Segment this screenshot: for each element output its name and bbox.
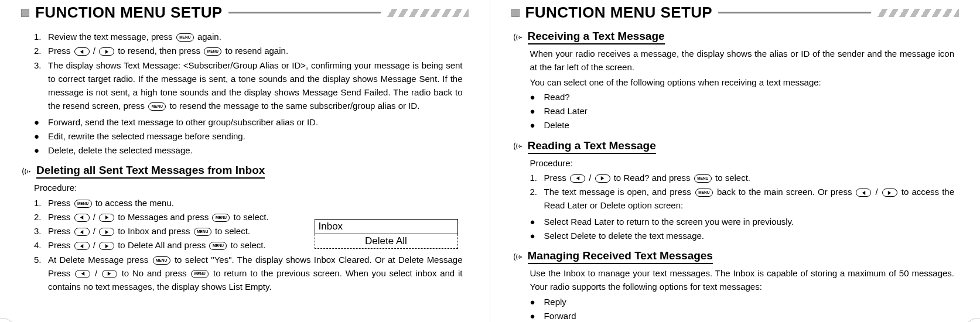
paragraph: You can select one of the following opti… [530, 76, 955, 89]
section-heading-reading: Reading a Text Message [513, 139, 955, 154]
list-item: ●Forward, send the text message to other… [34, 115, 463, 129]
header-title-right: FUNCTION MENU SETUP [525, 4, 713, 22]
list-text: Press / to resend, then press MENU to re… [48, 44, 463, 57]
header-rule [228, 12, 381, 13]
list-text: Delete [544, 118, 569, 132]
list-item: ●Forward [530, 309, 955, 322]
radio-waves-icon [21, 165, 32, 178]
list-text: Press / to Read? and press MENU to selec… [544, 171, 955, 184]
bullet-icon: ● [34, 115, 48, 129]
list-text: Edit, rewrite the selected message befor… [48, 129, 245, 143]
bullet-icon: ● [530, 215, 544, 228]
menu-key-icon: MENU [194, 228, 211, 236]
menu-key-icon: MENU [176, 33, 194, 42]
menu-key-icon: MENU [153, 256, 170, 265]
list-number: 3. [34, 224, 48, 238]
list-text: The text message is open, and press MENU… [544, 185, 955, 213]
menu-key-icon: MENU [148, 102, 166, 111]
header-bullet-box [511, 9, 520, 17]
bullet-icon: ● [530, 229, 544, 242]
list-item: 1.Review the text message, press MENU ag… [34, 30, 463, 43]
list-number: 3. [34, 59, 48, 72]
paragraph: Use the Inbox to manage your text messag… [530, 266, 955, 294]
svg-point-17 [520, 256, 522, 258]
procedure-label: Procedure: [34, 181, 463, 194]
bullet-icon: ● [34, 143, 48, 157]
radio-waves-icon [513, 251, 523, 263]
svg-marker-1 [105, 50, 108, 54]
list-item: 5.At Delete Message press MENU to select… [34, 253, 463, 294]
menu-key-icon: MENU [694, 174, 712, 183]
list-number: 4. [34, 238, 48, 252]
svg-marker-4 [105, 215, 108, 220]
header-bullet-box [21, 9, 29, 17]
header-hatch-icon [387, 9, 469, 17]
header-rule [718, 12, 871, 13]
section-heading-managing: Managing Received Text Messages [513, 249, 955, 264]
list-number: 5. [34, 253, 48, 266]
right-body: Receiving a Text Message When your radio… [511, 30, 959, 322]
list-number: 1. [530, 171, 544, 184]
screen-row-top: Inbox [315, 219, 458, 234]
svg-marker-15 [862, 190, 865, 194]
svg-marker-16 [888, 190, 891, 194]
list-item: ●Select Read Later to return to the scre… [530, 215, 955, 228]
svg-point-11 [520, 36, 522, 38]
bullet-icon: ● [530, 104, 544, 118]
bullet-icon: ● [530, 90, 544, 104]
list-number: 2. [530, 185, 544, 198]
radio-waves-icon [513, 140, 523, 153]
screen-row-bottom: Delete All [315, 234, 458, 249]
page-right: FUNCTION MENU SETUP Receiving a Text Mes… [490, 0, 981, 322]
left-arrow-key-icon [75, 270, 90, 278]
svg-marker-10 [108, 272, 111, 276]
header-row: FUNCTION MENU SETUP [511, 4, 959, 22]
list-text: Press MENU to access the menu. [48, 196, 463, 210]
section-title: Receiving a Text Message [528, 30, 665, 44]
list-text: Select Read Later to return to the scree… [544, 215, 794, 228]
section-title: Managing Received Text Messages [528, 249, 713, 264]
list-item: ●Select Delete to delete the text messag… [530, 229, 955, 242]
left-arrow-key-icon [570, 174, 585, 183]
menu-key-icon: MENU [212, 214, 230, 222]
list-item: 2.Press / to resend, then press MENU to … [34, 44, 463, 57]
right-b-numbered-list: 1.Press / to Read? and press MENU to sel… [530, 171, 955, 213]
svg-point-12 [520, 146, 522, 148]
list-item: 3.The display shows Text Message: <Subsc… [34, 59, 463, 113]
right-arrow-key-icon [99, 228, 114, 236]
list-number: 1. [34, 30, 48, 43]
svg-marker-8 [105, 244, 108, 248]
list-text: Review the text message, press MENU agai… [48, 30, 463, 43]
left-arrow-key-icon [74, 47, 90, 56]
svg-marker-9 [81, 272, 84, 276]
section-heading-receiving: Receiving a Text Message [513, 30, 955, 44]
left-top-numbered-list: 1.Review the text message, press MENU ag… [34, 30, 463, 113]
list-item: ●Delete, delete the selected message. [34, 143, 463, 157]
left-arrow-key-icon [74, 214, 90, 222]
left-arrow-key-icon [74, 242, 90, 250]
list-text: At Delete Message press MENU to select "… [48, 253, 463, 294]
header-row: FUNCTION MENU SETUP [21, 4, 469, 22]
right-a-bullet-list: ●Read? ●Read Later ●Delete [530, 90, 955, 132]
list-item: ●Read Later [530, 104, 955, 118]
page-left: FUNCTION MENU SETUP 1.Review the text me… [0, 0, 490, 322]
menu-key-icon: MENU [74, 200, 92, 208]
right-arrow-key-icon [882, 189, 897, 197]
list-text: The display shows Text Message: <Subscri… [48, 59, 463, 113]
right-arrow-key-icon [99, 214, 114, 222]
bullet-icon: ● [530, 118, 544, 132]
list-text: Forward [544, 309, 576, 322]
right-c-bullet-list: ●Reply ●Forward [530, 295, 955, 323]
page-tab-corner [965, 318, 980, 322]
bullet-icon: ● [530, 295, 544, 309]
list-text: Select Delete to delete the text message… [544, 229, 705, 242]
svg-marker-5 [80, 229, 83, 234]
list-item: ●Edit, rewrite the selected message befo… [34, 129, 463, 143]
left-arrow-key-icon [74, 228, 90, 236]
right-arrow-key-icon [102, 270, 117, 278]
list-text: Forward, send the text message to other … [48, 115, 318, 129]
svg-marker-7 [80, 244, 83, 248]
list-text: Read Later [544, 104, 588, 118]
procedure-label: Procedure: [530, 156, 955, 170]
radio-waves-icon [513, 31, 523, 44]
